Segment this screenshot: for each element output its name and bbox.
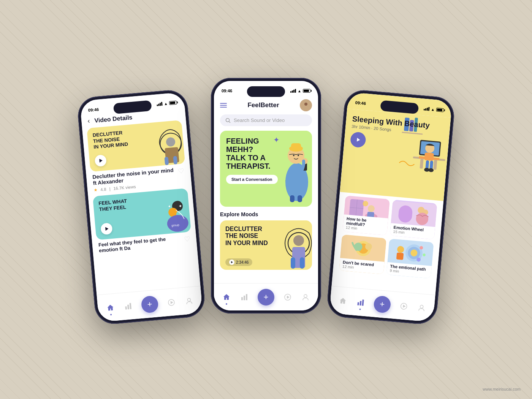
right-screen: 09:46 ▲ (329, 92, 452, 322)
svg-marker-39 (287, 296, 290, 299)
center-header: FeelBetter (214, 98, 318, 114)
svg-marker-90 (403, 304, 406, 308)
nav-fab-center[interactable]: + (258, 289, 274, 306)
svg-rect-14 (130, 303, 131, 309)
declutter-character-center (278, 222, 312, 270)
svg-point-19 (226, 118, 230, 122)
svg-point-18 (304, 103, 307, 106)
svg-rect-86 (358, 302, 359, 305)
explore-mood-banner[interactable]: DECLUTTERTHE NOISEIN YOUR MIND 2:34:46 (220, 220, 312, 270)
svg-rect-52 (424, 152, 434, 161)
character-declutter (149, 122, 185, 166)
nav-play-left[interactable] (166, 297, 176, 307)
battery-icon (169, 101, 177, 105)
center-screen: 09:46 ▲ Fee (214, 81, 318, 310)
svg-rect-34 (300, 257, 304, 269)
svg-rect-13 (127, 304, 129, 309)
phone-right: 09:46 ▲ (326, 89, 456, 325)
video-card-1[interactable]: DECLUTTERTHE NOISEIN YOUR MIND (87, 120, 187, 193)
play-button-2[interactable] (100, 223, 113, 235)
nav-play-right[interactable] (399, 301, 408, 311)
status-right-center: ▲ (290, 89, 310, 93)
svg-point-40 (304, 294, 307, 298)
svg-rect-88 (362, 299, 364, 306)
signal-icon (157, 102, 163, 106)
nav-user-right[interactable] (416, 302, 426, 312)
user-avatar[interactable] (300, 99, 312, 111)
video1-card-text: DECLUTTERTHE NOISEIN YOUR MIND (92, 129, 128, 150)
separator: | (109, 186, 111, 191)
back-button[interactable]: ‹ (87, 117, 90, 125)
fab-plus-center: + (264, 292, 269, 302)
nav-fab-right[interactable]: + (373, 295, 391, 314)
bottom-nav-left: + (97, 286, 203, 322)
svg-point-31 (293, 235, 304, 246)
video-card-2[interactable]: FEEL WHATTHEY FEEL group ✦ (93, 188, 193, 256)
video1-rating: 4.8 (100, 187, 106, 192)
wifi-icon-center: ▲ (298, 89, 301, 93)
battery-icon-center (303, 89, 310, 93)
video-card-teal: FEEL WHATTHEY FEEL group ✦ (93, 188, 191, 240)
timer-value: 2:34:46 (236, 260, 249, 264)
mood-card-mindfull[interactable]: How to be mindfull? 12 min (342, 195, 390, 235)
search-bar[interactable]: Search Sound or Video (220, 114, 312, 126)
play-btn-large[interactable] (350, 131, 366, 148)
svg-marker-16 (170, 301, 173, 304)
therapist-banner[interactable]: FEELING MEHH?TALK TO ATHERAPIST. Start a… (220, 131, 312, 207)
phones-container: 09:46 ▲ ‹ Video Details (86, 82, 446, 317)
nav-play-center[interactable] (283, 293, 292, 302)
fab-plus-left: + (147, 299, 153, 309)
heart-icon-2[interactable]: ♡ (184, 235, 191, 244)
bottom-nav-right: + (329, 286, 435, 322)
nav-home-left[interactable] (106, 302, 116, 312)
explore-moods-title: Explore Moods (214, 211, 318, 220)
phone-right-screen: 09:46 ▲ (329, 92, 452, 322)
svg-rect-23 (291, 143, 301, 150)
timer-badge: 2:34:46 (225, 258, 252, 266)
signal-icon-right (424, 107, 430, 111)
left-screen: 09:46 ▲ ‹ Video Details (80, 92, 203, 322)
time-right: 09:46 (355, 100, 366, 106)
therapist-character (270, 133, 312, 203)
nav-home-center[interactable] (222, 293, 231, 302)
svg-rect-33 (291, 257, 295, 269)
character-feel: group ✦ ✦ (155, 190, 191, 234)
mood-card-emotion-wheel[interactable]: Emotion Wheel 15 min (390, 200, 437, 239)
svg-rect-26 (290, 195, 294, 202)
time-left: 09:46 (88, 107, 99, 112)
svg-rect-27 (298, 195, 302, 202)
nav-chart-center[interactable] (240, 293, 249, 302)
phone-center-notch (247, 86, 285, 97)
nav-chart-right[interactable] (356, 297, 366, 307)
nav-user-center[interactable] (301, 293, 310, 302)
signal-icon-center (290, 89, 296, 93)
timer-play-icon (229, 260, 234, 265)
hamburger-menu[interactable] (220, 103, 227, 108)
wifi-icon: ▲ (164, 101, 168, 106)
svg-point-28 (293, 155, 294, 156)
nav-fab-left[interactable]: + (141, 295, 159, 314)
bottom-nav-center: + (214, 283, 318, 310)
heart-icon-1[interactable]: ♡ (178, 167, 185, 176)
mood-card-emotional-path[interactable]: The emtional path 9 min (386, 239, 434, 279)
svg-rect-87 (360, 301, 362, 305)
star-icon: ★ (93, 187, 98, 193)
phone-center-screen: 09:46 ▲ Fee (214, 81, 318, 310)
hero-section: Sleeping With Beauty 3hr 10min · 20 Song… (340, 109, 451, 201)
svg-rect-12 (125, 306, 127, 309)
phone-left: 09:46 ▲ ‹ Video Details (76, 89, 206, 325)
mood-card-1-label: How to be mindfull? 12 min (342, 214, 388, 235)
search-placeholder: Search Sound or Video (234, 117, 285, 123)
video-card-yellow: DECLUTTERTHE NOISEIN YOUR MIND (87, 120, 185, 172)
app-title: FeelBetter (247, 101, 279, 109)
nav-home-right[interactable] (338, 296, 348, 306)
svg-rect-36 (244, 296, 245, 300)
mood-card-scared[interactable]: Don't be scared 12 min (339, 234, 386, 274)
svg-point-29 (298, 155, 299, 156)
mood-grid: How to be mindfull? 12 min (333, 192, 443, 279)
battery-icon-right (436, 108, 444, 112)
nav-chart-left[interactable] (124, 301, 133, 311)
play-button-1[interactable] (94, 155, 107, 167)
svg-text:✦: ✦ (178, 204, 182, 209)
nav-user-left[interactable] (184, 296, 194, 306)
